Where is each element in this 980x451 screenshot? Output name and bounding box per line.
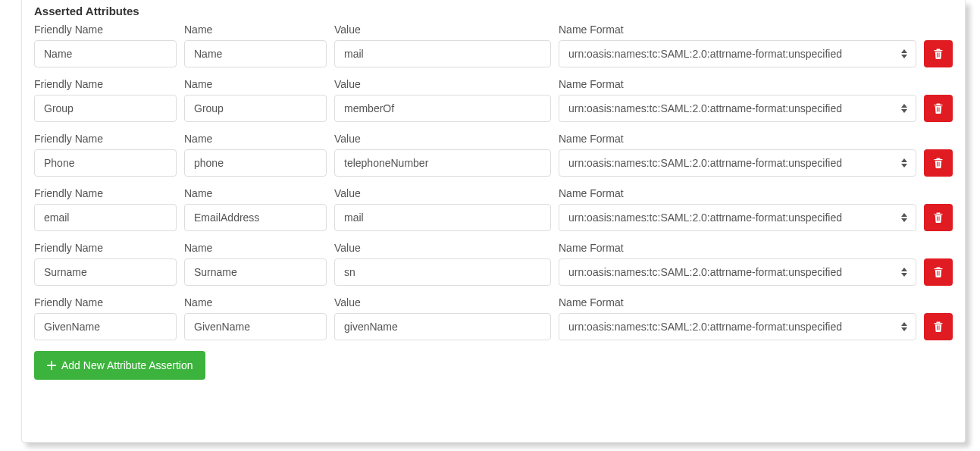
name-input[interactable]	[184, 149, 327, 177]
value-label: Value	[334, 187, 551, 199]
delete-row-button[interactable]	[924, 258, 953, 286]
name-format-label: Name Format	[559, 296, 916, 308]
value-input[interactable]	[334, 204, 551, 231]
friendly-name-input[interactable]	[34, 258, 177, 286]
attribute-row: Friendly Name Name Value Name Format urn…	[34, 187, 953, 231]
name-format-label: Name Format	[559, 187, 916, 199]
asserted-attributes-panel: Asserted Attributes Friendly Name Name V…	[21, 0, 966, 443]
name-input[interactable]	[184, 204, 327, 231]
attribute-row: Friendly Name Name Value Name Format urn…	[34, 296, 953, 340]
value-input[interactable]	[334, 95, 551, 122]
attribute-row: Friendly Name Name Value Name Format urn…	[34, 78, 953, 122]
name-input[interactable]	[184, 95, 327, 122]
value-label: Value	[334, 23, 551, 36]
value-label: Value	[334, 133, 551, 145]
name-format-select[interactable]: urn:oasis:names:tc:SAML:2.0:attrname-for…	[559, 258, 916, 286]
delete-row-button[interactable]	[924, 95, 953, 122]
friendly-name-input[interactable]	[34, 40, 177, 67]
value-label: Value	[334, 242, 551, 254]
svg-rect-1	[47, 365, 56, 366]
name-format-select[interactable]: urn:oasis:names:tc:SAML:2.0:attrname-for…	[559, 40, 916, 67]
trash-icon	[932, 266, 944, 278]
value-input[interactable]	[334, 40, 551, 67]
name-label: Name	[184, 133, 327, 145]
name-label: Name	[184, 23, 327, 36]
name-format-label: Name Format	[559, 23, 916, 36]
name-label: Name	[184, 78, 327, 90]
friendly-name-label: Friendly Name	[34, 242, 177, 254]
trash-icon	[932, 157, 944, 169]
name-label: Name	[184, 242, 327, 254]
name-input[interactable]	[184, 40, 327, 67]
name-label: Name	[184, 187, 327, 199]
value-input[interactable]	[334, 258, 551, 286]
delete-row-button[interactable]	[924, 149, 953, 177]
friendly-name-input[interactable]	[34, 149, 177, 177]
friendly-name-label: Friendly Name	[34, 133, 177, 145]
friendly-name-input[interactable]	[34, 313, 177, 340]
trash-icon	[932, 211, 944, 224]
name-format-label: Name Format	[559, 133, 916, 145]
trash-icon	[932, 48, 944, 60]
friendly-name-label: Friendly Name	[34, 296, 177, 308]
attribute-row: Friendly Name Name Value Name Format urn…	[34, 242, 953, 286]
value-input[interactable]	[334, 313, 551, 340]
value-label: Value	[334, 296, 551, 308]
name-format-label: Name Format	[559, 78, 916, 90]
value-input[interactable]	[334, 149, 551, 177]
friendly-name-input[interactable]	[34, 204, 177, 231]
delete-row-button[interactable]	[924, 313, 953, 340]
add-button-label: Add New Attribute Assertion	[61, 359, 193, 371]
name-label: Name	[184, 296, 327, 308]
section-title: Asserted Attributes	[34, 5, 953, 17]
friendly-name-label: Friendly Name	[34, 23, 177, 36]
trash-icon	[932, 321, 944, 333]
friendly-name-input[interactable]	[34, 95, 177, 122]
add-attribute-assertion-button[interactable]: Add New Attribute Assertion	[34, 351, 205, 380]
trash-icon	[932, 102, 944, 114]
name-format-select[interactable]: urn:oasis:names:tc:SAML:2.0:attrname-for…	[559, 95, 916, 122]
name-input[interactable]	[184, 313, 327, 340]
name-format-label: Name Format	[559, 242, 916, 254]
value-label: Value	[334, 78, 551, 90]
name-input[interactable]	[184, 258, 327, 286]
attribute-row: Friendly Name Name Value Name Format urn…	[34, 23, 953, 67]
delete-row-button[interactable]	[924, 204, 953, 231]
name-format-select[interactable]: urn:oasis:names:tc:SAML:2.0:attrname-for…	[559, 149, 916, 177]
friendly-name-label: Friendly Name	[34, 187, 177, 199]
name-format-select[interactable]: urn:oasis:names:tc:SAML:2.0:attrname-for…	[559, 204, 916, 231]
name-format-select[interactable]: urn:oasis:names:tc:SAML:2.0:attrname-for…	[559, 313, 916, 340]
plus-icon	[46, 360, 57, 371]
friendly-name-label: Friendly Name	[34, 78, 177, 90]
attribute-row: Friendly Name Name Value Name Format urn…	[34, 133, 953, 177]
delete-row-button[interactable]	[924, 40, 953, 67]
